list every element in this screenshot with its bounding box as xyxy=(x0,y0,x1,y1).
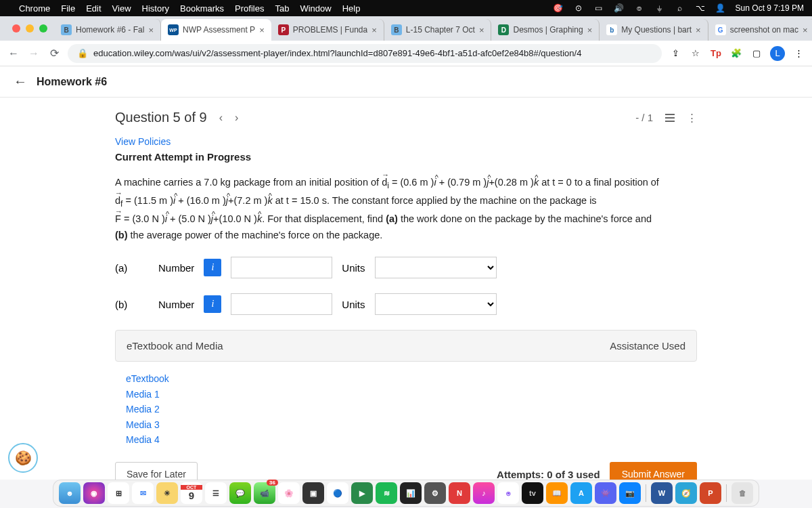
appstore-icon[interactable]: A xyxy=(570,482,592,504)
answer-b-units-select[interactable] xyxy=(375,293,497,315)
camera-icon[interactable]: 📷 xyxy=(619,482,641,504)
back-button[interactable]: ← xyxy=(7,47,20,60)
screen-icon[interactable]: ▶ xyxy=(351,482,373,504)
terminal-icon[interactable]: ▣ xyxy=(302,482,324,504)
media-3-link[interactable]: Media 3 xyxy=(126,417,686,432)
wifi-icon[interactable]: ⏚ xyxy=(654,3,665,13)
address-bar[interactable]: 🔒 education.wiley.com/was/ui/v2/assessme… xyxy=(68,44,662,63)
app-n-icon[interactable]: N xyxy=(449,482,470,504)
battery-icon[interactable]: ▭ xyxy=(593,3,604,13)
etextbook-link[interactable]: eTextbook xyxy=(126,371,686,386)
close-window-button[interactable] xyxy=(12,24,20,33)
weather-icon[interactable]: ☀ xyxy=(156,482,178,504)
tab-nwp[interactable]: WP NWP Assessment P × xyxy=(161,19,271,41)
search-icon[interactable]: ⌕ xyxy=(675,3,685,13)
save-for-later-button[interactable]: Save for Later xyxy=(115,462,198,480)
menu-tab[interactable]: Tab xyxy=(275,3,289,14)
chrome-icon[interactable]: 🔵 xyxy=(327,482,348,504)
close-tab-icon[interactable]: × xyxy=(371,25,377,35)
record-icon[interactable]: ⊙ xyxy=(573,3,584,13)
menu-bookmarks[interactable]: Bookmarks xyxy=(180,3,224,14)
tab-bartleby[interactable]: b My Questions | bart × xyxy=(600,19,708,41)
menu-profiles[interactable]: Profiles xyxy=(235,3,264,14)
problem-text: A machine carries a 7.0 kg package from … xyxy=(115,175,697,243)
info-button[interactable]: i xyxy=(204,259,221,276)
forward-button[interactable]: → xyxy=(27,47,41,60)
word-icon[interactable]: W xyxy=(651,482,673,504)
close-tab-icon[interactable]: × xyxy=(259,25,265,35)
extension-tp-icon[interactable]: Tp xyxy=(709,47,723,60)
answer-b-input[interactable] xyxy=(231,293,332,315)
close-tab-icon[interactable]: × xyxy=(479,25,484,35)
close-tab-icon[interactable]: × xyxy=(803,25,808,35)
next-question-button[interactable]: › xyxy=(235,112,238,124)
trash-icon[interactable]: 🗑 xyxy=(731,482,753,504)
extensions-icon[interactable]: 🧩 xyxy=(729,47,743,60)
discord-icon[interactable]: 👾 xyxy=(595,482,616,504)
close-tab-icon[interactable]: × xyxy=(587,25,593,35)
tab-problems[interactable]: P PROBLEMS | Funda × xyxy=(271,19,384,41)
bluetooth-icon[interactable]: ⌾ xyxy=(634,3,645,13)
launchpad-icon[interactable]: ⊞ xyxy=(108,482,129,504)
cookie-consent-icon[interactable]: 🍪 xyxy=(8,443,38,473)
view-policies-link[interactable]: View Policies xyxy=(115,136,697,147)
media-1-link[interactable]: Media 1 xyxy=(126,387,686,402)
menu-history[interactable]: History xyxy=(142,3,169,14)
more-icon[interactable]: ⋮ xyxy=(687,112,697,124)
mail-icon[interactable]: ✉ xyxy=(132,482,154,504)
calendar-icon[interactable]: OCT9 xyxy=(181,482,202,504)
close-tab-icon[interactable]: × xyxy=(696,25,701,35)
finder-icon[interactable]: ☻ xyxy=(59,482,81,504)
powerpoint-icon[interactable]: P xyxy=(700,482,721,504)
answer-a-input[interactable] xyxy=(231,257,332,278)
menu-window[interactable]: Window xyxy=(300,3,331,14)
reload-button[interactable]: ⟳ xyxy=(47,47,61,60)
list-icon[interactable] xyxy=(665,114,675,122)
tab-title: NWP Assessment P xyxy=(183,25,255,35)
podcast-icon[interactable]: ⍟ xyxy=(497,482,519,504)
submit-answer-button[interactable]: Submit Answer xyxy=(610,462,697,480)
prev-question-button[interactable]: ‹ xyxy=(219,112,223,124)
maximize-window-button[interactable] xyxy=(39,24,47,33)
tab-google[interactable]: G screenshot on mac × xyxy=(708,19,812,41)
music-icon[interactable]: ♪ xyxy=(473,482,495,504)
user-icon[interactable]: 👤 xyxy=(715,3,726,13)
media-4-link[interactable]: Media 4 xyxy=(126,432,686,447)
safari-icon[interactable]: 🧭 xyxy=(675,482,697,504)
info-button[interactable]: i xyxy=(204,295,221,313)
chrome-window: B Homework #6 - Fal × WP NWP Assessment … xyxy=(0,16,812,480)
menu-help[interactable]: Help xyxy=(342,3,361,14)
control-center-icon[interactable]: ⌥ xyxy=(695,3,706,13)
books-icon[interactable]: 📖 xyxy=(546,482,568,504)
facetime-icon[interactable]: 📹36 xyxy=(254,482,275,504)
menu-edit[interactable]: Edit xyxy=(86,3,101,14)
menu-view[interactable]: View xyxy=(112,3,131,14)
messages-icon[interactable]: 💬 xyxy=(229,482,251,504)
status-icon[interactable]: 🎯 xyxy=(553,3,564,13)
window-icon[interactable]: ▢ xyxy=(750,47,763,60)
media-2-link[interactable]: Media 2 xyxy=(126,402,686,417)
gears-icon[interactable]: ⚙ xyxy=(424,482,446,504)
photos-icon[interactable]: 🌸 xyxy=(278,482,300,504)
share-icon[interactable]: ⇪ xyxy=(669,47,682,60)
stats-icon[interactable]: 📊 xyxy=(400,482,422,504)
menu-icon[interactable]: ⋮ xyxy=(792,47,805,60)
profile-icon[interactable]: L xyxy=(770,46,785,61)
spotify-icon[interactable]: ≋ xyxy=(376,482,397,504)
answer-a-units-select[interactable] xyxy=(375,257,497,278)
minimize-window-button[interactable] xyxy=(26,24,34,33)
bookmark-icon[interactable]: ☆ xyxy=(689,47,702,60)
close-tab-icon[interactable]: × xyxy=(148,25,154,35)
tab-l15[interactable]: B L-15 Chapter 7 Oct × xyxy=(384,19,492,41)
etextbook-header[interactable]: eTextbook and Media Assistance Used xyxy=(115,330,697,362)
back-arrow-icon[interactable]: ← xyxy=(14,74,27,89)
menu-file[interactable]: File xyxy=(61,3,75,14)
reminders-icon[interactable]: ☰ xyxy=(205,482,227,504)
volume-icon[interactable]: 🔊 xyxy=(614,3,625,13)
clock[interactable]: Sun Oct 9 7:19 PM xyxy=(736,3,804,13)
menu-app[interactable]: Chrome xyxy=(19,3,50,14)
tab-desmos[interactable]: D Desmos | Graphing × xyxy=(491,19,600,41)
tab-homework[interactable]: B Homework #6 - Fal × xyxy=(54,19,161,41)
appletv-icon[interactable]: tv xyxy=(522,482,543,504)
siri-icon[interactable]: ◉ xyxy=(83,482,105,504)
